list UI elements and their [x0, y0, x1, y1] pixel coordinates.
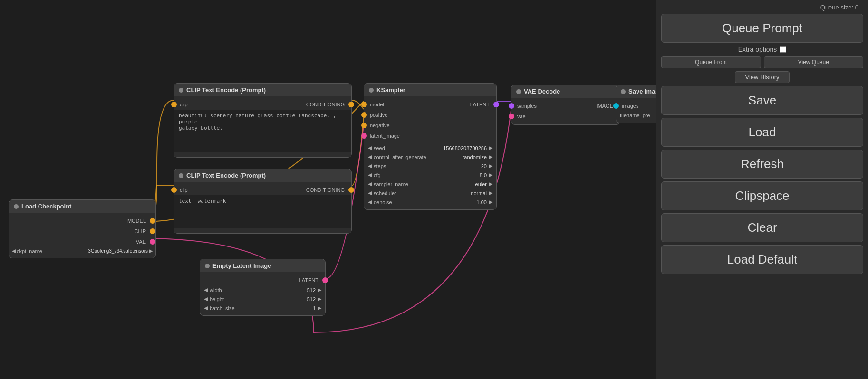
seed-prev[interactable]: ◀ [368, 145, 372, 151]
width-value: 512 [287, 287, 316, 293]
ksampler-latent-output-label: LATENT [467, 102, 492, 107]
control-after-value: randomize [458, 154, 487, 160]
load-default-button[interactable]: Load Default [661, 245, 863, 274]
conditioning-pos-port[interactable] [348, 102, 354, 107]
ckpt-param-row: ◀ ckpt_name 3Guofeng3_v34.safetensors ▶ [9, 247, 155, 255]
scheduler-prev[interactable]: ◀ [368, 190, 372, 196]
extra-options-row: Extra options [661, 46, 863, 53]
clear-button[interactable]: Clear [661, 213, 863, 242]
ckpt-param-value: 3Guofeng3_v34.safetensors [88, 248, 148, 254]
save-image-images-label: images [619, 103, 641, 109]
height-label: height [210, 296, 285, 302]
width-prev[interactable]: ◀ [204, 287, 208, 293]
sampler-name-next[interactable]: ▶ [489, 181, 492, 187]
queue-size-label: Queue size: 0 [820, 4, 858, 11]
ksampler-negative-port[interactable] [361, 123, 367, 128]
model-output-label: MODEL [125, 218, 149, 224]
sampler-name-prev[interactable]: ◀ [368, 181, 372, 187]
cfg-prev[interactable]: ◀ [368, 172, 372, 178]
ksampler-model-label: model [367, 102, 387, 107]
control-after-label: control_after_generate [374, 154, 456, 160]
queue-front-button[interactable]: Queue Front [661, 56, 761, 68]
width-next[interactable]: ▶ [318, 287, 321, 293]
vae-decode-vae-port[interactable] [509, 114, 514, 119]
ksampler-latent-input-port[interactable] [361, 133, 367, 139]
height-row: ◀ height 512 ▶ [200, 294, 325, 303]
view-history-button[interactable]: View History [735, 71, 789, 83]
canvas-area[interactable]: Load Checkpoint MODEL CLIP VAE ◀ ckpt_na… [0, 0, 656, 379]
batch-size-next[interactable]: ▶ [318, 305, 321, 311]
load-button[interactable]: Load [661, 118, 863, 147]
denoise-next[interactable]: ▶ [489, 199, 492, 205]
seed-next[interactable]: ▶ [489, 145, 492, 151]
height-prev[interactable]: ◀ [204, 296, 208, 302]
clip-output-port[interactable] [150, 228, 155, 234]
empty-latent-header: Empty Latent Image [200, 259, 325, 272]
save-image-title: Save Image [628, 88, 656, 95]
denoise-prev[interactable]: ◀ [368, 199, 372, 205]
ksampler-positive-label: positive [367, 112, 390, 118]
clip-output-label: CLIP [132, 228, 149, 234]
positive-prompt-textarea[interactable]: beautiful scenery nature glass bottle la… [174, 110, 351, 152]
model-output-port[interactable] [150, 218, 155, 224]
ksampler-header: KSampler [364, 84, 496, 96]
steps-value: 20 [458, 163, 487, 169]
negative-prompt-textarea[interactable]: text, watermark [174, 195, 351, 228]
vae-output-label: VAE [133, 239, 149, 245]
filename-pre-label: filename_pre [620, 113, 656, 118]
seed-value: 156680208700286 [443, 145, 487, 151]
scheduler-next[interactable]: ▶ [489, 190, 492, 196]
vae-decode-samples-port[interactable] [509, 103, 514, 109]
conditioning-neg-port[interactable] [348, 187, 354, 193]
clipspace-button[interactable]: Clipspace [661, 181, 863, 210]
conditioning-neg-label: CONDITIONING [303, 187, 347, 193]
node-status-dot [516, 89, 521, 94]
sampler-name-label: sampler_name [374, 181, 456, 187]
ckpt-prev-arrow[interactable]: ◀ [12, 248, 16, 254]
height-next[interactable]: ▶ [318, 296, 321, 302]
width-row: ◀ width 512 ▶ [200, 285, 325, 294]
ckpt-next-arrow[interactable]: ▶ [149, 248, 153, 254]
sampler-name-row: ◀ sampler_name euler ▶ [364, 180, 496, 189]
ksampler-positive-port[interactable] [361, 112, 367, 118]
steps-next[interactable]: ▶ [489, 163, 492, 169]
clip-input-pos-port[interactable] [171, 102, 177, 107]
extra-options-label: Extra options [738, 46, 777, 53]
control-after-next[interactable]: ▶ [489, 154, 492, 160]
refresh-button[interactable]: Refresh [661, 150, 863, 179]
steps-prev[interactable]: ◀ [368, 163, 372, 169]
cfg-row: ◀ cfg 8.0 ▶ [364, 171, 496, 180]
denoise-value: 1.00 [458, 199, 487, 205]
extra-options-checkbox[interactable] [780, 46, 786, 53]
ksampler-latent-input-label: latent_image [367, 133, 403, 139]
ksampler-model-port[interactable] [361, 102, 367, 107]
vae-decode-title: VAE Decode [524, 88, 560, 95]
node-status-dot [179, 173, 183, 178]
load-checkpoint-node: Load Checkpoint MODEL CLIP VAE ◀ ckpt_na… [9, 199, 156, 258]
clip-text-pos-header: CLIP Text Encode (Prompt) [174, 84, 351, 96]
vae-output-row: VAE [9, 237, 155, 247]
ksampler-latent-output-port[interactable] [493, 102, 499, 107]
queue-prompt-button[interactable]: Queue Prompt [661, 14, 863, 43]
scheduler-value: normal [458, 190, 487, 196]
save-image-images-port[interactable] [613, 103, 619, 109]
control-after-prev[interactable]: ◀ [368, 154, 372, 160]
node-status-dot [179, 88, 183, 93]
batch-size-prev[interactable]: ◀ [204, 305, 208, 311]
view-history-row: View History [661, 71, 863, 83]
clip-input-pos-label: clip [177, 102, 191, 107]
empty-latent-title: Empty Latent Image [212, 262, 271, 269]
denoise-row: ◀ denoise 1.00 ▶ [364, 198, 496, 207]
vae-decode-node: VAE Decode samples IMAGE vae [511, 85, 620, 125]
right-panel: Queue size: 0 Queue Prompt Extra options… [656, 0, 868, 379]
vae-output-port[interactable] [150, 239, 155, 245]
node-status-dot [14, 204, 19, 209]
save-button[interactable]: Save [661, 86, 863, 115]
vae-decode-image-label: IMAGE [594, 103, 616, 109]
batch-size-row: ◀ batch_size 1 ▶ [200, 303, 325, 313]
clip-input-neg-port[interactable] [171, 187, 177, 193]
node-status-dot [205, 264, 210, 268]
cfg-next[interactable]: ▶ [489, 172, 492, 178]
empty-latent-output-port[interactable] [322, 277, 328, 283]
view-queue-button[interactable]: View Queue [764, 56, 864, 68]
